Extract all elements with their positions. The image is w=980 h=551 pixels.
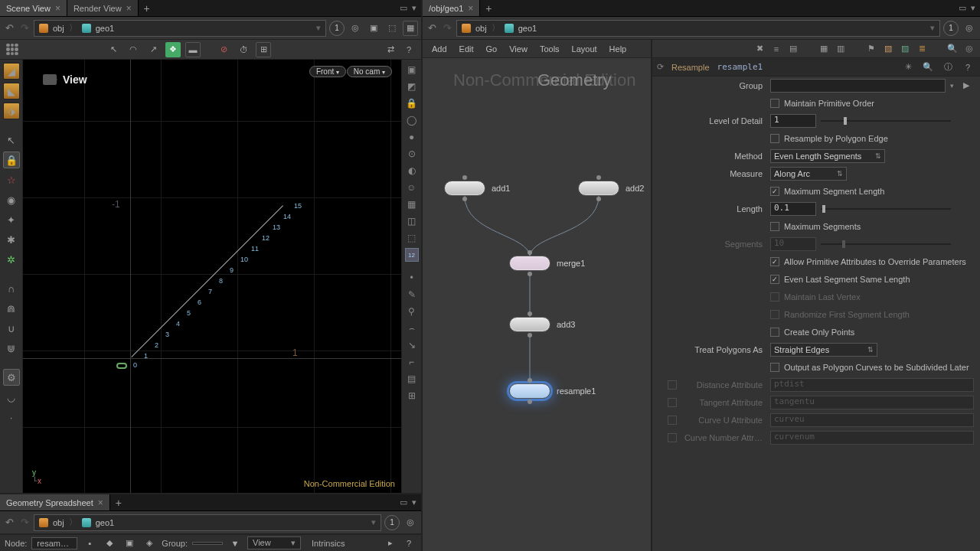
dbrush-icon[interactable]: ✎ <box>405 288 419 302</box>
attr-det-icon[interactable]: ◈ <box>142 536 157 551</box>
pin-badge[interactable]: 1 <box>943 21 959 36</box>
dlay-icon[interactable]: ▤ <box>405 372 419 386</box>
tab-close-icon[interactable]: × <box>468 3 473 14</box>
layout-icon[interactable]: ⇄ <box>383 42 398 57</box>
help-icon[interactable]: ? <box>401 536 416 551</box>
shelf-tool3-icon[interactable]: ⬗ <box>3 103 20 119</box>
dgrp-icon[interactable]: ⬚ <box>405 231 419 245</box>
stack-icon[interactable]: ≣ <box>914 41 929 57</box>
no-icon[interactable]: ⊘ <box>216 42 231 57</box>
length-slider[interactable] <box>821 204 951 214</box>
view-select[interactable]: View ▾ <box>247 536 301 549</box>
cam-icon2[interactable]: ✦ <box>3 211 20 228</box>
randomize-first-check[interactable] <box>770 310 779 319</box>
dist-attr-check[interactable] <box>668 380 677 390</box>
measure-select[interactable]: Along Arc⇅ <box>770 167 847 181</box>
dnum-icon[interactable]: 12 <box>405 248 419 262</box>
node-add3[interactable]: add3 <box>509 317 575 332</box>
dcube2-icon[interactable]: ◫ <box>405 214 419 228</box>
axis-icon[interactable]: ✲ <box>3 251 20 268</box>
link-icon[interactable]: ◎ <box>348 21 363 36</box>
nav-back-icon[interactable]: ↶ <box>3 517 15 529</box>
link-icon[interactable]: ◎ <box>962 21 977 36</box>
lod-input[interactable]: 1 <box>770 114 816 128</box>
menu-go[interactable]: Go <box>480 42 504 56</box>
allow-override-check[interactable] <box>770 257 779 266</box>
person-icon[interactable]: ☆ <box>3 171 20 188</box>
dlock-icon[interactable]: 🔒 <box>405 96 419 110</box>
shelf-tool2-icon[interactable]: ◣ <box>3 83 20 99</box>
tab-close-icon[interactable]: × <box>55 3 60 14</box>
select-arrow-icon[interactable]: ↖ <box>106 42 121 57</box>
nav-back-icon[interactable]: ↶ <box>3 22 15 34</box>
maintain-prim-check[interactable] <box>770 99 779 108</box>
scope-icon[interactable]: ◎ <box>962 41 977 57</box>
breadcrumb[interactable]: obj 〉 geo1 ▾ <box>34 20 326 37</box>
even-last-check[interactable] <box>770 275 779 284</box>
resample-edge-check[interactable] <box>770 134 779 143</box>
magnet3-icon[interactable]: ∪ <box>3 320 20 337</box>
magnet4-icon[interactable]: ⋓ <box>3 340 20 357</box>
nav-forward-icon[interactable]: ↷ <box>18 517 31 529</box>
max-segments-check[interactable] <box>770 222 779 231</box>
info-icon[interactable]: ⓘ <box>940 60 956 75</box>
pt-icon[interactable]: · <box>3 409 20 425</box>
grid2-icon[interactable]: ▥ <box>833 41 848 57</box>
dball-icon[interactable]: ◯ <box>405 113 419 127</box>
flag-icon[interactable]: ⚑ <box>864 41 879 57</box>
attr-prim-icon[interactable]: ▣ <box>122 536 137 551</box>
snap-options-icon[interactable]: ❖ <box>165 42 181 57</box>
attr-pt-icon[interactable]: ▪ <box>82 536 97 551</box>
node-merge1[interactable]: merge1 <box>509 256 585 271</box>
light-icon[interactable]: ◉ <box>3 191 20 208</box>
dperson-icon[interactable]: ☺ <box>405 181 419 194</box>
restore-icon[interactable]: ▭ <box>400 3 407 13</box>
menu-layout[interactable]: Layout <box>566 42 603 56</box>
ddrop-icon[interactable]: ⌢ <box>405 321 419 335</box>
tab-add-button[interactable]: + <box>480 2 497 15</box>
dtype1-icon[interactable]: ▣ <box>405 63 419 77</box>
node-resample1[interactable]: resample1 <box>509 383 596 399</box>
tab-network-path[interactable]: /obj/geo1 × <box>423 0 480 16</box>
menu-help[interactable]: Help <box>603 42 633 56</box>
select-group-icon[interactable]: ▶ <box>959 78 974 93</box>
rect-select-icon[interactable]: ▬ <box>185 42 201 57</box>
lock-icon[interactable]: 🔒 <box>3 152 20 168</box>
pin-badge[interactable]: 1 <box>329 21 345 36</box>
network-editor[interactable]: Non-Commercial Edition Geometry add1 <box>423 58 651 551</box>
length-input[interactable]: 0.1 <box>770 202 816 216</box>
pin-badge[interactable]: 1 <box>384 515 400 530</box>
menu-view[interactable]: View <box>503 42 534 56</box>
tab-close-icon[interactable]: × <box>98 497 103 508</box>
node-add1[interactable]: add1 <box>444 181 510 196</box>
curveu-attr-check[interactable] <box>668 416 677 425</box>
menu-caret-icon[interactable]: ▾ <box>971 3 975 13</box>
dshade-icon[interactable]: ● <box>405 130 419 144</box>
group-input[interactable] <box>770 79 946 93</box>
note-icon[interactable]: ▧ <box>880 41 896 57</box>
gear-icon[interactable]: ⚙ <box>3 369 20 386</box>
arc-icon[interactable]: ◡ <box>3 389 20 406</box>
page-icon[interactable]: ▤ <box>786 41 801 57</box>
dsep-icon[interactable]: ⌐ <box>405 355 419 369</box>
magnet2-icon[interactable]: ⋒ <box>3 300 20 317</box>
shelf-tool1-icon[interactable]: ◢ <box>3 63 20 80</box>
gear-icon[interactable]: ✳ <box>900 60 916 75</box>
tab-add-button[interactable]: + <box>139 2 155 15</box>
tab-geometry-spreadsheet[interactable]: Geometry Spreadsheet × <box>0 494 110 510</box>
dtex-icon[interactable]: ◐ <box>405 164 419 178</box>
edit-arrow-icon[interactable]: ↗ <box>145 42 161 57</box>
breadcrumb[interactable]: obj 〉 geo1 ▾ <box>34 514 381 531</box>
menu-edit[interactable]: Edit <box>453 42 480 56</box>
play-icon[interactable]: ▸ <box>383 536 398 551</box>
search2-icon[interactable]: 🔍 <box>920 60 936 75</box>
search-icon[interactable]: 🔍 <box>945 41 960 57</box>
maintain-last-vtx-check[interactable] <box>770 292 779 302</box>
dopt-icon[interactable]: ⊞ <box>405 389 419 403</box>
cursor-icon[interactable]: ↖ <box>3 132 20 148</box>
intrinsics-label[interactable]: Intrinsics <box>312 539 345 548</box>
handles-grid-icon[interactable] <box>5 42 20 57</box>
dpath-icon[interactable]: ↘ <box>405 338 419 352</box>
ddot-icon[interactable]: • <box>405 271 419 285</box>
dcube-icon[interactable]: ▦ <box>405 197 419 211</box>
